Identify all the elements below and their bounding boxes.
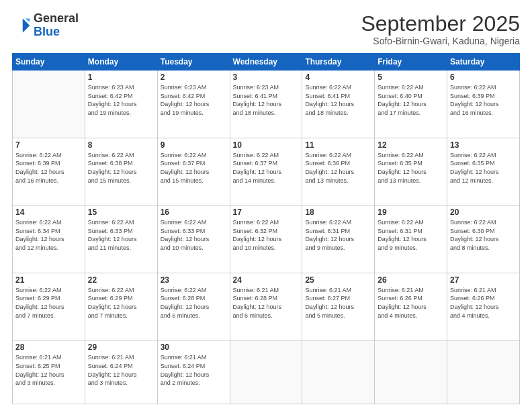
calendar-cell: 22Sunrise: 6:22 AM Sunset: 6:29 PM Dayli…	[85, 273, 157, 340]
header-friday: Friday	[375, 54, 447, 71]
day-number: 13	[450, 140, 517, 150]
day-number: 17	[233, 208, 300, 217]
title-block: September 2025 Sofo-Birnin-Gwari, Kaduna…	[361, 12, 520, 46]
calendar-cell	[230, 340, 302, 404]
location-subtitle: Sofo-Birnin-Gwari, Kaduna, Nigeria	[361, 36, 520, 46]
day-info: Sunrise: 6:21 AM Sunset: 6:28 PM Dayligh…	[233, 286, 300, 320]
calendar-cell	[13, 71, 85, 138]
calendar-cell: 7Sunrise: 6:22 AM Sunset: 6:39 PM Daylig…	[13, 138, 85, 205]
calendar-cell	[302, 340, 375, 404]
month-title: September 2025	[361, 12, 520, 36]
logo-icon	[12, 16, 31, 35]
day-number: 8	[88, 140, 154, 150]
day-info: Sunrise: 6:22 AM Sunset: 6:37 PM Dayligh…	[161, 151, 227, 185]
calendar-cell: 9Sunrise: 6:22 AM Sunset: 6:37 PM Daylig…	[157, 138, 230, 205]
calendar-cell: 21Sunrise: 6:22 AM Sunset: 6:29 PM Dayli…	[13, 273, 85, 340]
logo: General Blue	[12, 12, 79, 39]
header-sunday: Sunday	[13, 54, 85, 71]
day-info: Sunrise: 6:22 AM Sunset: 6:31 PM Dayligh…	[305, 218, 371, 252]
logo-text: General Blue	[34, 12, 79, 39]
calendar-cell: 12Sunrise: 6:22 AM Sunset: 6:35 PM Dayli…	[375, 138, 447, 205]
day-number: 18	[305, 208, 371, 217]
calendar-cell: 30Sunrise: 6:21 AM Sunset: 6:24 PM Dayli…	[157, 340, 230, 404]
calendar-cell: 27Sunrise: 6:21 AM Sunset: 6:26 PM Dayli…	[447, 273, 520, 340]
header-monday: Monday	[85, 54, 157, 71]
day-number: 14	[15, 208, 82, 217]
calendar-cell: 16Sunrise: 6:22 AM Sunset: 6:33 PM Dayli…	[157, 205, 230, 273]
day-number: 26	[378, 275, 444, 285]
calendar-cell: 18Sunrise: 6:22 AM Sunset: 6:31 PM Dayli…	[302, 205, 375, 273]
calendar-cell: 26Sunrise: 6:21 AM Sunset: 6:26 PM Dayli…	[375, 273, 447, 340]
calendar-cell: 5Sunrise: 6:22 AM Sunset: 6:40 PM Daylig…	[375, 71, 447, 138]
day-number: 9	[161, 140, 227, 150]
day-info: Sunrise: 6:22 AM Sunset: 6:30 PM Dayligh…	[450, 218, 517, 252]
day-number: 25	[305, 275, 371, 285]
header-thursday: Thursday	[302, 54, 375, 71]
day-info: Sunrise: 6:21 AM Sunset: 6:24 PM Dayligh…	[88, 353, 154, 387]
calendar-cell: 2Sunrise: 6:23 AM Sunset: 6:42 PM Daylig…	[157, 71, 230, 138]
calendar-cell: 14Sunrise: 6:22 AM Sunset: 6:34 PM Dayli…	[13, 205, 85, 273]
calendar-cell: 20Sunrise: 6:22 AM Sunset: 6:30 PM Dayli…	[447, 205, 520, 273]
day-info: Sunrise: 6:21 AM Sunset: 6:26 PM Dayligh…	[450, 286, 517, 320]
day-info: Sunrise: 6:22 AM Sunset: 6:28 PM Dayligh…	[161, 286, 227, 320]
calendar-cell: 23Sunrise: 6:22 AM Sunset: 6:28 PM Dayli…	[157, 273, 230, 340]
calendar-cell: 4Sunrise: 6:22 AM Sunset: 6:41 PM Daylig…	[302, 71, 375, 138]
day-info: Sunrise: 6:22 AM Sunset: 6:37 PM Dayligh…	[233, 151, 300, 185]
day-number: 16	[161, 208, 227, 217]
day-info: Sunrise: 6:22 AM Sunset: 6:35 PM Dayligh…	[450, 151, 517, 185]
day-number: 27	[450, 275, 517, 285]
calendar-cell	[375, 340, 447, 404]
day-info: Sunrise: 6:23 AM Sunset: 6:42 PM Dayligh…	[88, 83, 154, 117]
day-info: Sunrise: 6:23 AM Sunset: 6:41 PM Dayligh…	[233, 83, 300, 117]
calendar-cell: 11Sunrise: 6:22 AM Sunset: 6:36 PM Dayli…	[302, 138, 375, 205]
day-info: Sunrise: 6:23 AM Sunset: 6:42 PM Dayligh…	[161, 83, 227, 117]
day-info: Sunrise: 6:22 AM Sunset: 6:33 PM Dayligh…	[161, 218, 227, 252]
day-number: 22	[88, 275, 154, 285]
day-info: Sunrise: 6:22 AM Sunset: 6:34 PM Dayligh…	[15, 218, 82, 252]
day-info: Sunrise: 6:21 AM Sunset: 6:26 PM Dayligh…	[378, 286, 444, 320]
day-info: Sunrise: 6:22 AM Sunset: 6:36 PM Dayligh…	[305, 151, 371, 185]
day-number: 20	[450, 208, 517, 217]
day-info: Sunrise: 6:21 AM Sunset: 6:25 PM Dayligh…	[15, 353, 82, 387]
page: General Blue September 2025 Sofo-Birnin-…	[0, 0, 532, 411]
calendar-cell: 25Sunrise: 6:21 AM Sunset: 6:27 PM Dayli…	[302, 273, 375, 340]
calendar-cell: 28Sunrise: 6:21 AM Sunset: 6:25 PM Dayli…	[13, 340, 85, 404]
calendar-cell: 19Sunrise: 6:22 AM Sunset: 6:31 PM Dayli…	[375, 205, 447, 273]
day-info: Sunrise: 6:22 AM Sunset: 6:39 PM Dayligh…	[15, 151, 82, 185]
logo-blue: Blue	[34, 25, 60, 38]
day-number: 19	[378, 208, 444, 217]
calendar-cell: 15Sunrise: 6:22 AM Sunset: 6:33 PM Dayli…	[85, 205, 157, 273]
day-info: Sunrise: 6:22 AM Sunset: 6:33 PM Dayligh…	[88, 218, 154, 252]
header-wednesday: Wednesday	[230, 54, 302, 71]
day-info: Sunrise: 6:22 AM Sunset: 6:41 PM Dayligh…	[305, 83, 371, 117]
day-number: 11	[305, 140, 371, 150]
day-number: 29	[88, 342, 154, 352]
day-number: 3	[233, 73, 300, 82]
day-number: 12	[378, 140, 444, 150]
day-number: 4	[305, 73, 371, 82]
header-tuesday: Tuesday	[157, 54, 230, 71]
weekday-header-row: Sunday Monday Tuesday Wednesday Thursday…	[13, 54, 520, 71]
day-info: Sunrise: 6:22 AM Sunset: 6:38 PM Dayligh…	[88, 151, 154, 185]
day-info: Sunrise: 6:22 AM Sunset: 6:31 PM Dayligh…	[378, 218, 444, 252]
day-number: 2	[161, 73, 227, 82]
day-number: 1	[88, 73, 154, 82]
header: General Blue September 2025 Sofo-Birnin-…	[12, 12, 520, 46]
calendar-cell: 10Sunrise: 6:22 AM Sunset: 6:37 PM Dayli…	[230, 138, 302, 205]
day-number: 7	[15, 140, 82, 150]
day-info: Sunrise: 6:22 AM Sunset: 6:40 PM Dayligh…	[378, 83, 444, 117]
day-number: 10	[233, 140, 300, 150]
calendar-cell: 6Sunrise: 6:22 AM Sunset: 6:39 PM Daylig…	[447, 71, 520, 138]
day-info: Sunrise: 6:22 AM Sunset: 6:35 PM Dayligh…	[378, 151, 444, 185]
day-info: Sunrise: 6:22 AM Sunset: 6:29 PM Dayligh…	[15, 286, 82, 320]
calendar-cell: 29Sunrise: 6:21 AM Sunset: 6:24 PM Dayli…	[85, 340, 157, 404]
day-number: 28	[15, 342, 82, 352]
svg-marker-1	[25, 18, 30, 21]
calendar-cell	[447, 340, 520, 404]
calendar: Sunday Monday Tuesday Wednesday Thursday…	[12, 53, 520, 404]
calendar-cell: 3Sunrise: 6:23 AM Sunset: 6:41 PM Daylig…	[230, 71, 302, 138]
day-number: 24	[233, 275, 300, 285]
day-number: 21	[15, 275, 82, 285]
day-number: 5	[378, 73, 444, 82]
day-info: Sunrise: 6:21 AM Sunset: 6:27 PM Dayligh…	[305, 286, 371, 320]
